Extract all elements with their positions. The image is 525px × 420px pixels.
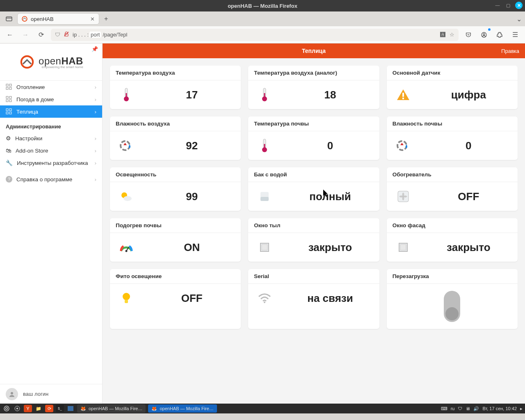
card-6[interactable]: Освещенность99 bbox=[110, 167, 241, 211]
card-10[interactable]: Окно тылзакрыто bbox=[248, 218, 379, 262]
svg-point-52 bbox=[16, 408, 18, 409]
card-13[interactable]: Serialна связи bbox=[248, 269, 379, 329]
new-tab-button[interactable]: + bbox=[104, 15, 108, 23]
sidebar-item-label: Отопление bbox=[16, 84, 45, 90]
card-body: на связи bbox=[248, 284, 379, 313]
card-body: 99 bbox=[110, 182, 241, 211]
taskbar-desktop-icon[interactable] bbox=[66, 405, 75, 412]
card-1[interactable]: Температура воздуха (аналог)18 bbox=[248, 66, 379, 109]
card-3[interactable]: Влажность воздуха92 bbox=[110, 116, 241, 160]
card-title: Бак с водой bbox=[248, 167, 379, 182]
extensions-button[interactable] bbox=[494, 29, 505, 41]
taskbar-window-1[interactable]: 🦊 openHAB — Mozilla Fire… bbox=[77, 404, 146, 413]
taskbar-terminal-icon[interactable]: $_ bbox=[56, 405, 64, 412]
card-body: 0 bbox=[248, 131, 379, 160]
svg-rect-27 bbox=[402, 93, 404, 97]
card-body: закрыто bbox=[248, 233, 379, 262]
sidebar-item-weather[interactable]: Погода в доме › bbox=[0, 93, 102, 105]
card-11[interactable]: Окно фасадзакрыто bbox=[387, 218, 518, 262]
translate-icon[interactable]: 🅰 bbox=[440, 32, 445, 38]
svg-rect-0 bbox=[6, 17, 12, 21]
taskbar-window-2[interactable]: 🦊 openHAB — Mozilla Fire… bbox=[148, 404, 217, 413]
svg-point-46 bbox=[123, 293, 130, 300]
address-bar[interactable]: 🛡 ip . . . : port /page/Tepl 🅰 ☆ bbox=[51, 29, 459, 41]
volume-tray-icon[interactable]: 🔊 bbox=[473, 406, 479, 411]
reboot-toggle[interactable] bbox=[444, 291, 460, 322]
card-2[interactable]: Основной датчикцифра bbox=[387, 66, 518, 109]
card-14[interactable]: Перезагрузка bbox=[387, 269, 518, 329]
grid-icon bbox=[6, 96, 12, 103]
svg-point-48 bbox=[264, 301, 265, 303]
window-minimize-button[interactable]: — bbox=[494, 2, 501, 9]
taskbar-updater-icon[interactable]: ⟳ bbox=[45, 405, 53, 412]
language-indicator[interactable]: ru bbox=[451, 406, 455, 411]
card-9[interactable]: Подогрев почвыON bbox=[110, 218, 241, 262]
svg-rect-10 bbox=[6, 87, 8, 89]
sidebar-item-dev-tools[interactable]: 🔧 Инструменты разработчика › bbox=[0, 157, 102, 169]
thermo-icon bbox=[248, 87, 281, 102]
recent-tabs-button[interactable] bbox=[3, 13, 15, 25]
sidebar-item-help[interactable]: ? Справка о программе › bbox=[0, 173, 102, 185]
browser-tab[interactable]: openHAB ✕ bbox=[17, 13, 99, 25]
card-body: 0 bbox=[387, 131, 518, 160]
sun-icon bbox=[110, 190, 143, 203]
card-12[interactable]: Фито освещениеOFF bbox=[110, 269, 241, 329]
pin-sidebar-button[interactable]: 📌 bbox=[91, 46, 98, 52]
svg-point-33 bbox=[397, 141, 406, 150]
tabs-overflow-button[interactable]: ⌄ bbox=[516, 15, 522, 23]
pocket-button[interactable] bbox=[463, 29, 474, 41]
taskbar-window-label: openHAB — Mozilla Fire… bbox=[160, 406, 213, 411]
svg-rect-11 bbox=[9, 87, 11, 89]
card-0[interactable]: Температура воздуха17 bbox=[110, 66, 241, 109]
os-taskbar: Y 📁 ⟳ $_ 🦊 openHAB — Mozilla Fire… 🦊 ope… bbox=[0, 404, 525, 413]
window-maximize-button[interactable]: ▢ bbox=[504, 2, 512, 9]
user-login[interactable]: ваш логин bbox=[23, 391, 48, 397]
tab-close-button[interactable]: ✕ bbox=[90, 16, 95, 22]
security-tray-icon[interactable]: 🛡 bbox=[458, 406, 462, 411]
page-header: Теплица Правка bbox=[103, 43, 525, 58]
nav-reload-button[interactable]: ⟳ bbox=[35, 29, 47, 41]
sidebar-item-heating[interactable]: Отопление › bbox=[0, 81, 102, 93]
taskbar-browser-icon[interactable]: Y bbox=[24, 405, 32, 412]
bookmark-icon[interactable]: ☆ bbox=[450, 32, 454, 38]
clock[interactable]: Вт, 17 сен, 10:42 bbox=[482, 406, 517, 411]
card-value: OFF bbox=[420, 190, 518, 203]
card-8[interactable]: ОбогревательOFF bbox=[387, 167, 518, 211]
svg-rect-12 bbox=[6, 96, 8, 98]
card-title: Фито освещение bbox=[110, 269, 241, 284]
card-5[interactable]: Влажность почвы0 bbox=[387, 116, 518, 160]
show-desktop-button[interactable]: ▸ bbox=[520, 406, 523, 411]
card-4[interactable]: Температура почвы0 bbox=[248, 116, 379, 160]
window-close-button[interactable]: ✕ bbox=[515, 2, 523, 9]
distro-menu-button[interactable] bbox=[13, 405, 21, 412]
edit-button[interactable]: Правка bbox=[501, 48, 519, 54]
user-avatar[interactable] bbox=[6, 388, 18, 400]
app-menu-button[interactable]: ☰ bbox=[509, 29, 521, 41]
sidebar-item-greenhouse[interactable]: Теплица › bbox=[0, 105, 102, 118]
svg-point-7 bbox=[21, 56, 33, 68]
card-value: 92 bbox=[143, 139, 241, 152]
display-tray-icon[interactable]: 🖥 bbox=[466, 406, 470, 411]
grid-icon bbox=[6, 84, 12, 90]
account-button[interactable] bbox=[478, 29, 490, 41]
browser-toolbar: ← → ⟳ 🛡 ip . . . : port /page/Tepl 🅰 ☆ ☰ bbox=[0, 26, 525, 43]
taskbar-files-icon[interactable]: 📁 bbox=[34, 405, 43, 412]
sidebar-item-addon-store[interactable]: 🛍 Add-on Store › bbox=[0, 144, 102, 157]
svg-point-29 bbox=[121, 141, 130, 150]
tracking-shield-icon[interactable]: 🛡 bbox=[55, 32, 60, 38]
card-body: полный bbox=[248, 182, 379, 211]
chevron-right-icon: › bbox=[95, 109, 97, 115]
nav-forward-button[interactable]: → bbox=[20, 29, 31, 41]
card-7[interactable]: Бак с водойполный bbox=[248, 167, 379, 211]
start-menu-button[interactable] bbox=[2, 405, 11, 412]
svg-point-20 bbox=[11, 392, 13, 394]
nav-back-button[interactable]: ← bbox=[4, 29, 16, 41]
svg-rect-13 bbox=[9, 96, 11, 98]
insecure-icon[interactable] bbox=[64, 31, 69, 38]
url-path: /page/Tepl bbox=[103, 32, 127, 38]
sidebar-item-settings[interactable]: ⚙ Настройки › bbox=[0, 132, 102, 144]
openhab-logo[interactable]: openHAB empowering the smart home bbox=[19, 54, 83, 70]
card-value: полный bbox=[281, 190, 379, 203]
user-icon bbox=[8, 390, 16, 398]
keyboard-layout-button[interactable]: ⌨ bbox=[441, 406, 447, 411]
